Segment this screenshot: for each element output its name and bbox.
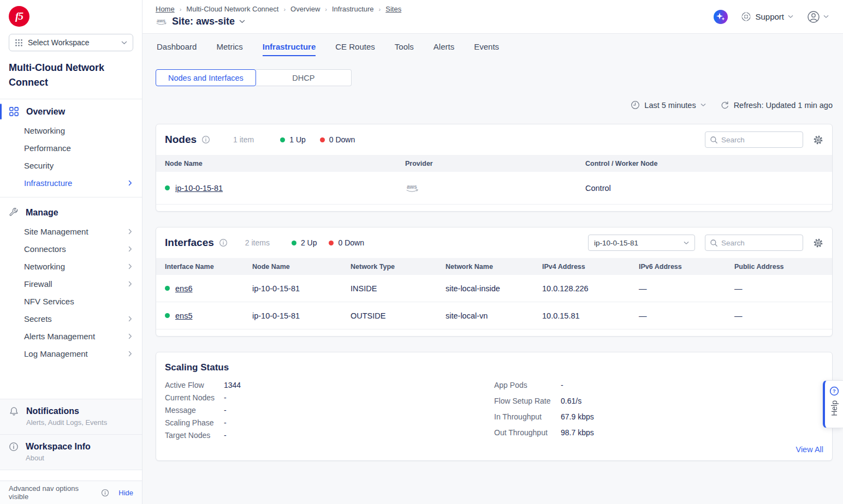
tab-tools[interactable]: Tools <box>395 42 414 56</box>
scaling-value: 0.61/s <box>561 397 581 405</box>
table-row: ens5 ip-10-0-15-81 OUTSIDE site-local-vn… <box>156 302 832 329</box>
site-title: Site: aws-site <box>172 16 235 27</box>
sidebar-item-security[interactable]: Security <box>0 157 142 174</box>
gear-icon[interactable] <box>813 238 823 248</box>
scaling-status-card: Scaling Status Active Flow1344 Current N… <box>156 352 833 461</box>
f5-logo[interactable]: f5 <box>0 0 142 27</box>
svg-text:aws: aws <box>407 184 417 190</box>
sidebar-section-overview[interactable]: Overview <box>0 101 142 122</box>
page-content: Dashboard Metrics Infrastructure CE Rout… <box>143 34 843 504</box>
gear-icon[interactable] <box>813 135 823 145</box>
breadcrumb-sites[interactable]: Sites <box>385 5 401 13</box>
sidebar-item-manage-networking[interactable]: Networking <box>0 257 142 275</box>
down-status-dot <box>329 241 334 245</box>
tab-dashboard[interactable]: Dashboard <box>157 42 197 56</box>
help-tab[interactable]: ? Help <box>823 380 843 428</box>
interfaces-node-filter[interactable]: ip-10-0-15-81 <box>588 235 695 251</box>
scaling-label: Message <box>165 406 224 415</box>
info-circle-icon <box>9 442 19 462</box>
tab-metrics[interactable]: Metrics <box>216 42 242 56</box>
interfaces-search-input[interactable] <box>721 239 798 247</box>
workspace-selector[interactable]: Select Workspace <box>9 34 133 51</box>
interface-name-link[interactable]: ens5 <box>175 311 192 320</box>
bell-icon <box>9 406 19 427</box>
breadcrumb-overview: Overview <box>290 5 320 13</box>
sidebar-item-secrets[interactable]: Secrets <box>0 310 142 327</box>
tab-ce-routes[interactable]: CE Routes <box>335 42 375 56</box>
support-menu[interactable]: Support <box>741 11 793 22</box>
lifebuoy-icon <box>741 11 751 22</box>
svg-text:?: ? <box>833 388 836 394</box>
sidebar-item-log-management[interactable]: Log Management <box>0 345 142 362</box>
sidebar-section-label: Overview <box>26 107 65 117</box>
breadcrumb-separator: › <box>379 6 381 13</box>
scaling-value: 98.7 kbps <box>561 428 594 437</box>
tab-alerts[interactable]: Alerts <box>434 42 454 56</box>
chevron-down-icon <box>823 15 829 19</box>
column-network-name: Network Name <box>446 263 542 271</box>
sidebar-item-firewall[interactable]: Firewall <box>0 275 142 292</box>
interfaces-card: Interfaces 2 items 2 Up 0 Down ip-10-0-1… <box>156 227 833 337</box>
chevron-right-icon <box>128 180 132 186</box>
f5-logo-icon: f5 <box>9 6 29 27</box>
breadcrumb-home[interactable]: Home <box>156 5 175 13</box>
interfaces-up-status: 2 Up <box>292 238 317 247</box>
site-selector[interactable]: aws Site: aws-site <box>156 16 401 27</box>
interfaces-count: 2 items <box>245 238 270 247</box>
subtab-dhcp[interactable]: DHCP <box>256 69 352 86</box>
sidebar-item-performance[interactable]: Performance <box>0 139 142 157</box>
help-label: Help <box>830 400 839 416</box>
subtab-nodes-and-interfaces[interactable]: Nodes and Interfaces <box>156 69 256 86</box>
sidebar-notifications[interactable]: Notifications Alerts, Audit Logs, Events <box>0 399 142 434</box>
sidebar-section-manage[interactable]: Manage <box>0 203 142 223</box>
account-menu[interactable] <box>806 10 829 24</box>
view-all-link[interactable]: View All <box>795 445 823 454</box>
overview-grid-icon <box>9 106 19 117</box>
scaling-value: - <box>224 393 227 402</box>
ai-assistant-button[interactable] <box>714 10 728 24</box>
refresh-icon <box>720 100 729 110</box>
tab-events[interactable]: Events <box>474 42 499 56</box>
tab-infrastructure[interactable]: Infrastructure <box>263 42 316 56</box>
interface-name-link[interactable]: ens6 <box>175 284 192 293</box>
cell-public-address: — <box>734 284 823 293</box>
cell-ipv6: — <box>639 284 734 293</box>
sidebar-item-nfv-services[interactable]: NFV Services <box>0 292 142 310</box>
sidebar-item-infrastructure[interactable]: Infrastructure <box>0 174 142 191</box>
sidebar-item-label: Log Management <box>24 349 88 358</box>
column-ipv4-address: IPv4 Address <box>542 263 639 271</box>
chevron-down-icon <box>684 241 689 245</box>
chevron-down-icon <box>700 103 706 107</box>
scaling-label: App Pods <box>494 381 561 389</box>
sidebar-item-connectors[interactable]: Connectors <box>0 240 142 257</box>
sidebar-item-label: Networking <box>24 126 65 135</box>
time-range-selector[interactable]: Last 5 minutes <box>631 100 705 110</box>
sidebar-footer: Advanced nav options visible Hide <box>0 481 142 504</box>
workspace-title: Multi-Cloud Network Connect <box>9 61 133 90</box>
cell-ipv4: 10.0.128.226 <box>542 284 639 293</box>
clock-icon <box>631 100 640 110</box>
node-name-link[interactable]: ip-10-0-15-81 <box>175 184 223 193</box>
subtab-group: Nodes and Interfaces DHCP <box>156 69 833 86</box>
sidebar-workspace-info[interactable]: Workspace Info About <box>0 434 142 470</box>
info-circle-icon[interactable] <box>219 238 228 247</box>
chevron-right-icon <box>128 229 132 235</box>
search-icon <box>710 136 718 144</box>
refresh-button[interactable]: Refresh: Updated 1 min ago <box>720 100 833 110</box>
notifications-title: Notifications <box>26 406 107 416</box>
chevron-right-icon <box>128 351 132 357</box>
nodes-search-input[interactable] <box>721 136 798 144</box>
hide-advanced-nav-button[interactable]: Hide <box>118 489 133 497</box>
column-node-name: Node Name <box>252 263 351 271</box>
aws-logo-icon: aws <box>156 17 168 26</box>
sidebar-item-alerts-management[interactable]: Alerts Management <box>0 327 142 345</box>
breadcrumb-mcn: Multi-Cloud Network Connect <box>186 5 278 13</box>
nodes-title: Nodes <box>165 134 197 146</box>
info-circle-icon[interactable] <box>201 135 210 144</box>
nodes-up-status: 1 Up <box>280 135 306 144</box>
interface-status-dot <box>165 286 170 291</box>
sidebar-item-label: Performance <box>24 143 71 153</box>
sidebar-item-networking[interactable]: Networking <box>0 122 142 139</box>
sidebar-item-site-management[interactable]: Site Management <box>0 223 142 240</box>
scaling-value: - <box>224 406 227 415</box>
